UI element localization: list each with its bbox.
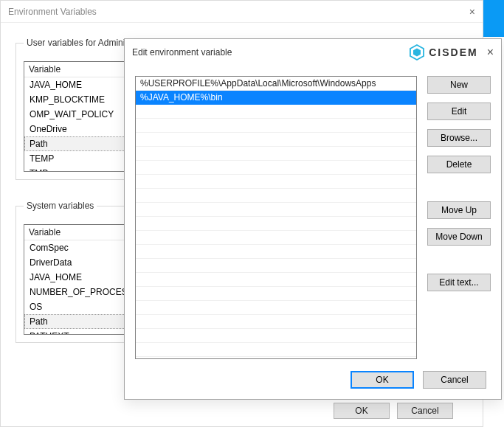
path-row-empty[interactable] (136, 203, 416, 217)
new-button[interactable]: New (427, 76, 491, 94)
edit-env-var-dialog: Edit environment variable CISDEM × %USER… (124, 38, 502, 400)
path-row-empty[interactable] (136, 343, 416, 357)
column-header-variable[interactable]: Variable (24, 225, 137, 240)
cisdem-brand-text: CISDEM (429, 46, 477, 58)
path-row-empty[interactable] (136, 287, 416, 301)
system-vars-list[interactable]: Variable ComSpecDriverDataJAVA_HOMENUMBE… (24, 224, 138, 335)
list-item[interactable]: TEMP (24, 151, 137, 166)
list-item[interactable]: JAVA_HOME (24, 270, 137, 285)
user-vars-list[interactable]: Variable JAVA_HOMEKMP_BLOCKTIMEOMP_WAIT_… (24, 61, 138, 172)
list-item[interactable]: DriverData (24, 255, 137, 270)
list-item[interactable]: Path (24, 314, 137, 329)
path-entries-list[interactable]: %USERPROFILE%\AppData\Local\Microsoft\Wi… (135, 76, 417, 359)
list-item[interactable]: JAVA_HOME (24, 77, 137, 92)
dialog-titlebar: Edit environment variable CISDEM × (125, 39, 501, 66)
path-row[interactable]: %USERPROFILE%\AppData\Local\Microsoft\Wi… (136, 77, 416, 91)
dialog-close-icon[interactable]: × (487, 46, 494, 59)
list-item[interactable]: PATHEXT (24, 329, 137, 335)
path-row-empty[interactable] (136, 259, 416, 273)
edit-text-button[interactable]: Edit text... (427, 274, 491, 291)
path-row-empty[interactable] (136, 161, 416, 175)
dialog-button-column: New Edit Browse... Delete Move Up Move D… (427, 76, 491, 359)
parent-footer-buttons: OK Cancel (334, 403, 453, 419)
parent-cancel-button[interactable]: Cancel (397, 403, 453, 419)
list-item[interactable]: OneDrive (24, 122, 137, 136)
delete-button[interactable]: Delete (427, 156, 491, 173)
list-item[interactable]: OS (24, 299, 137, 314)
path-row[interactable]: %JAVA_HOME%\bin (136, 91, 416, 105)
parent-close-icon[interactable]: × (469, 6, 475, 18)
cisdem-hex-icon (410, 44, 424, 60)
list-item[interactable]: ComSpec (24, 240, 137, 255)
list-item[interactable]: OMP_WAIT_POLICY (24, 107, 137, 122)
svg-marker-1 (413, 49, 421, 57)
move-up-button[interactable]: Move Up (427, 201, 491, 219)
dialog-title-text: Edit environment variable (132, 47, 232, 58)
list-item[interactable]: KMP_BLOCKTIME (24, 92, 137, 107)
cisdem-logo: CISDEM (410, 44, 477, 60)
system-vars-legend: System variables (24, 201, 97, 211)
browse-button[interactable]: Browse... (427, 129, 491, 147)
dialog-footer: OK Cancel (351, 371, 486, 389)
path-row-empty[interactable] (136, 217, 416, 231)
list-item[interactable]: NUMBER_OF_PROCESS (24, 285, 137, 299)
path-row-empty[interactable] (136, 245, 416, 259)
path-row-empty[interactable] (136, 105, 416, 119)
path-row-empty[interactable] (136, 329, 416, 343)
path-row-empty[interactable] (136, 133, 416, 147)
parent-titlebar: Environment Variables × (1, 1, 483, 23)
dialog-cancel-button[interactable]: Cancel (423, 371, 486, 389)
path-row-empty[interactable] (136, 273, 416, 287)
path-row-empty[interactable] (136, 147, 416, 161)
list-item[interactable]: Path (24, 136, 137, 151)
path-row-empty[interactable] (136, 231, 416, 245)
move-down-button[interactable]: Move Down (427, 228, 491, 246)
path-row-empty[interactable] (136, 175, 416, 189)
dialog-ok-button[interactable]: OK (351, 371, 414, 389)
parent-ok-button[interactable]: OK (334, 403, 390, 419)
list-item[interactable]: TMP (24, 166, 137, 172)
user-vars-legend: User variables for Adminis (24, 38, 132, 48)
path-row-empty[interactable] (136, 301, 416, 315)
edit-button[interactable]: Edit (427, 103, 491, 120)
path-row-empty[interactable] (136, 119, 416, 133)
path-row-empty[interactable] (136, 189, 416, 203)
parent-title-text: Environment Variables (8, 7, 97, 17)
column-header-variable[interactable]: Variable (24, 62, 137, 77)
path-row-empty[interactable] (136, 315, 416, 329)
taskbar-accent (482, 0, 504, 37)
